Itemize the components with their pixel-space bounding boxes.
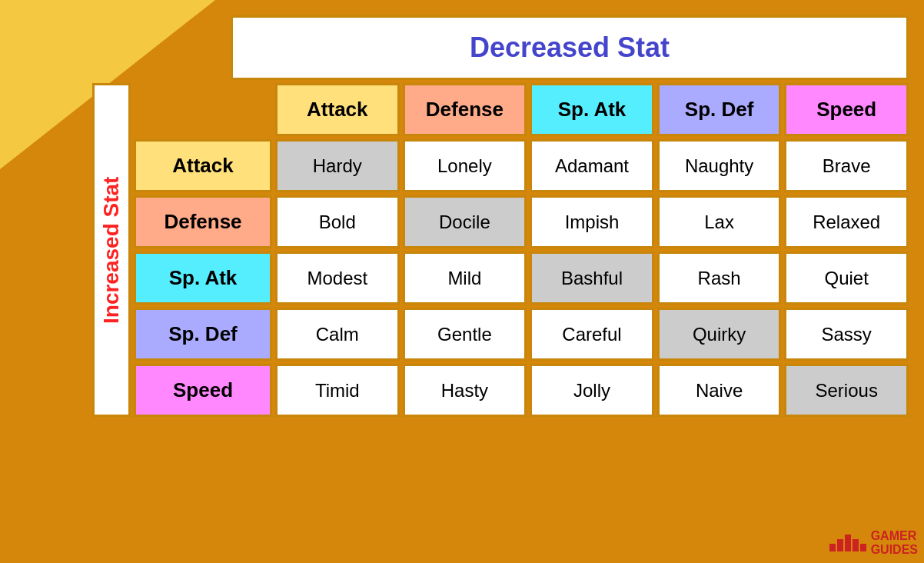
table-row: Sp. Def Calm Gentle Careful Quirky Sassy [134, 308, 909, 361]
col-header-spdef: Sp. Def [657, 83, 782, 136]
decreased-stat-header: Decreased Stat [231, 15, 909, 80]
nature-cell: Naughty [657, 139, 782, 192]
decreased-stat-label: Decreased Stat [470, 32, 670, 63]
table-row: Sp. Atk Modest Mild Bashful Rash Quiet [134, 252, 909, 305]
nature-cell: Quirky [657, 308, 782, 361]
nature-cell: Sassy [784, 308, 909, 361]
nature-cell: Impish [530, 195, 654, 248]
nature-cell: Lax [657, 195, 782, 248]
nature-cell: Lonely [403, 139, 527, 192]
nature-cell: Rash [657, 252, 782, 305]
table-row: Speed Timid Hasty Jolly Naive Serious [134, 364, 909, 417]
nature-cell: Docile [403, 195, 527, 248]
row-header-spatk: Sp. Atk [134, 252, 272, 305]
grid-area: Increased Stat Attack Defense Sp. Atk Sp… [92, 83, 909, 417]
nature-cell: Naive [657, 364, 782, 417]
nature-cell: Brave [784, 139, 909, 192]
nature-cell: Gentle [403, 308, 527, 361]
logo-bars-icon [829, 535, 866, 551]
column-headers: Attack Defense Sp. Atk Sp. Def Speed [134, 83, 909, 136]
col-header-empty [134, 83, 272, 136]
nature-cell: Timid [275, 364, 400, 417]
row-header-attack: Attack [134, 139, 272, 192]
bar2 [837, 539, 843, 551]
nature-cell: Relaxed [784, 195, 909, 248]
nature-cell: Serious [784, 364, 909, 417]
row-header-speed: Speed [134, 364, 272, 417]
nature-cell: Bashful [530, 252, 654, 305]
nature-cell: Quiet [784, 252, 909, 305]
nature-cell: Careful [530, 308, 654, 361]
gamer-guides-text: GAMERGUIDES [871, 529, 918, 557]
nature-cell: Mild [403, 252, 527, 305]
nature-cell: Modest [275, 252, 400, 305]
col-header-spatk: Sp. Atk [530, 83, 654, 136]
row-header-defense: Defense [134, 195, 272, 248]
bar1 [829, 544, 836, 551]
table-row: Attack Hardy Lonely Adamant Naughty Brav… [134, 139, 909, 192]
nature-cell: Bold [275, 195, 400, 248]
row-header-spdef: Sp. Def [134, 308, 272, 361]
main-container: Decreased Stat Increased Stat Attack Def… [92, 15, 909, 548]
nature-cell: Hardy [275, 139, 400, 192]
nature-cell: Hasty [403, 364, 527, 417]
nature-cell: Adamant [530, 139, 654, 192]
bar3 [845, 535, 851, 551]
gamer-guides-logo: GAMERGUIDES [829, 529, 918, 557]
nature-cell: Jolly [530, 364, 654, 417]
col-header-defense: Defense [403, 83, 527, 136]
table-row: Defense Bold Docile Impish Lax Relaxed [134, 195, 909, 248]
bar5 [860, 544, 866, 551]
table-section: Attack Defense Sp. Atk Sp. Def Speed Att… [134, 83, 909, 417]
data-rows: Attack Hardy Lonely Adamant Naughty Brav… [134, 139, 909, 417]
bar4 [853, 539, 859, 551]
col-header-speed: Speed [784, 83, 909, 136]
increased-stat-label: Increased Stat [92, 83, 131, 417]
nature-cell: Calm [275, 308, 400, 361]
col-header-attack: Attack [275, 83, 400, 136]
